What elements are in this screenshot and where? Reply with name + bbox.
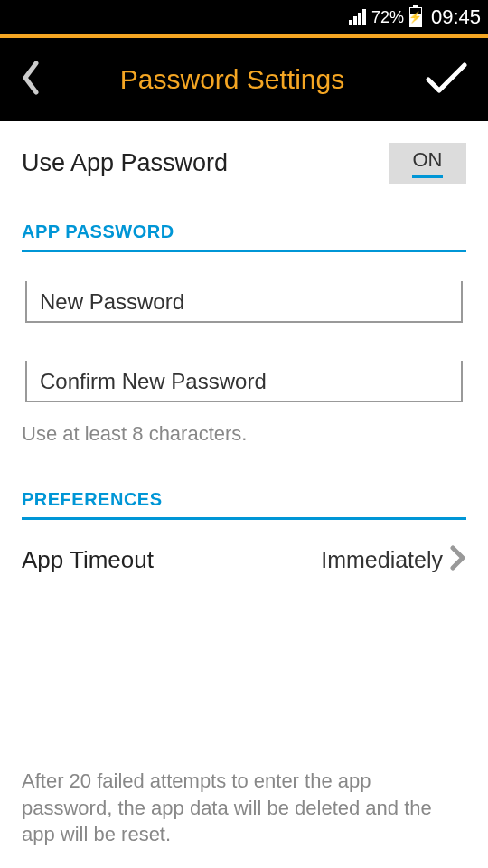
new-password-input[interactable] xyxy=(25,281,463,323)
app-password-section-header: APP PASSWORD xyxy=(22,222,466,242)
confirm-button[interactable] xyxy=(425,61,468,98)
content-area: Use App Password ON APP PASSWORD Use at … xyxy=(0,121,488,574)
use-app-password-label: Use App Password xyxy=(22,149,228,177)
section-divider xyxy=(22,517,466,520)
header-bar: Password Settings xyxy=(0,38,488,121)
footer-warning-text: After 20 failed attempts to enter the ap… xyxy=(22,768,466,848)
use-app-password-row: Use App Password ON xyxy=(22,143,466,184)
toggle-state-text: ON xyxy=(413,148,443,172)
checkmark-icon xyxy=(425,61,468,94)
signal-icon xyxy=(349,9,366,25)
chevron-left-icon xyxy=(20,60,40,96)
chevron-right-icon xyxy=(450,545,466,574)
battery-icon: ⚡ xyxy=(409,7,422,27)
page-title: Password Settings xyxy=(120,64,344,95)
use-app-password-toggle[interactable]: ON xyxy=(389,143,466,184)
confirm-password-input[interactable] xyxy=(25,361,463,402)
preferences-section-header: PREFERENCES xyxy=(22,489,466,510)
battery-percent: 72% xyxy=(371,8,404,27)
status-time: 09:45 xyxy=(431,5,481,29)
section-divider xyxy=(22,250,466,252)
back-button[interactable] xyxy=(20,60,40,99)
status-bar: 72% ⚡ 09:45 xyxy=(0,0,488,34)
app-timeout-value: Immediately xyxy=(321,547,443,573)
toggle-indicator xyxy=(412,175,443,178)
app-timeout-row[interactable]: App Timeout Immediately xyxy=(22,545,466,574)
app-timeout-label: App Timeout xyxy=(22,546,154,574)
